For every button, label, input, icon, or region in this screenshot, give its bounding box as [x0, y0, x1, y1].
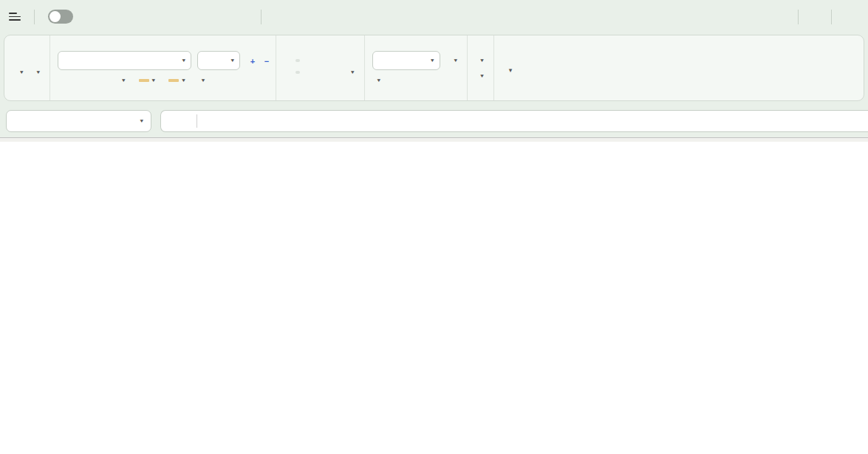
shrink-font-button[interactable]: −	[260, 60, 268, 61]
justify-button[interactable]	[319, 71, 324, 74]
align-left-button[interactable]	[284, 71, 288, 74]
borders-button[interactable]: ▾	[117, 75, 128, 86]
italic-button[interactable]	[72, 80, 78, 81]
search-icon[interactable]	[838, 7, 858, 27]
align-right-button[interactable]	[307, 71, 312, 74]
grow-font-button[interactable]: +	[246, 60, 254, 61]
clipboard-group: ▾ ▾	[4, 35, 49, 100]
print-icon[interactable]	[131, 7, 151, 27]
print-preview-icon[interactable]	[157, 7, 177, 27]
clear-format-button[interactable]: ▾	[197, 75, 208, 86]
wps-ai-logo	[805, 7, 820, 27]
merge-cells-button[interactable]: ▾	[343, 67, 357, 78]
font-group: ▾ ▾ + − ▾ ▾ ▾	[49, 35, 276, 100]
align-top-button[interactable]	[284, 59, 288, 62]
more-chevron-icon[interactable]	[235, 7, 254, 27]
paste-button[interactable]: ▾	[12, 67, 26, 78]
name-box[interactable]: ▾	[6, 110, 151, 132]
decrease-indent-button[interactable]	[319, 59, 324, 62]
formula-bar: ▾	[0, 106, 868, 138]
zoom-minus-icon[interactable]	[168, 114, 183, 128]
worksheet-format-button[interactable]: ▾	[475, 71, 486, 81]
increase-indent-button[interactable]	[331, 59, 335, 62]
cut-button[interactable]	[25, 59, 30, 62]
export-pdf-icon[interactable]	[106, 7, 125, 27]
save-icon[interactable]	[80, 7, 99, 27]
align-bottom-button[interactable]	[307, 59, 312, 62]
chevron-down-icon[interactable]: ▾	[140, 118, 143, 124]
divider	[261, 10, 262, 24]
rows-columns-button[interactable]: ▾	[475, 55, 486, 66]
divider	[831, 10, 832, 24]
redo-icon[interactable]	[209, 7, 228, 27]
menu-icon[interactable]	[9, 13, 21, 21]
autosave-toggle[interactable]	[48, 10, 73, 24]
divider	[34, 10, 35, 24]
align-middle-button[interactable]	[295, 59, 300, 62]
conditional-format-button[interactable]: ▾	[502, 61, 520, 75]
number-format-select[interactable]: ▾	[372, 51, 440, 70]
fill-color-button[interactable]: ▾	[137, 75, 158, 86]
font-size-select[interactable]: ▾	[197, 51, 240, 70]
format-painter-button[interactable]	[12, 59, 19, 62]
divider	[798, 10, 799, 24]
formula-input[interactable]	[160, 110, 868, 132]
font-color-button[interactable]: ▾	[166, 75, 188, 86]
text-orientation-button[interactable]	[331, 71, 335, 74]
number-group: ▾ ▾ ▾	[364, 35, 468, 100]
alignment-group: ▾	[276, 35, 364, 100]
convert-button[interactable]: ▾	[446, 55, 460, 66]
strikethrough-button[interactable]	[102, 80, 108, 81]
font-name-select[interactable]: ▾	[58, 51, 191, 70]
copy-button[interactable]: ▾	[32, 67, 43, 78]
currency-button[interactable]: ▾	[372, 75, 383, 86]
undo-icon[interactable]	[183, 7, 202, 27]
titlebar	[0, 0, 868, 33]
wrap-text-button[interactable]	[343, 59, 350, 62]
cells-group: ▾ ▾	[467, 35, 493, 100]
align-center-button[interactable]	[295, 71, 300, 74]
wps-ai-button[interactable]	[805, 7, 824, 27]
styles-group: ▾	[493, 35, 527, 100]
spreadsheet-grid	[0, 142, 868, 454]
underline-button[interactable]	[87, 80, 93, 81]
ribbon: ▾ ▾ ▾ ▾ + − ▾	[4, 35, 864, 101]
bold-button[interactable]	[58, 80, 64, 81]
